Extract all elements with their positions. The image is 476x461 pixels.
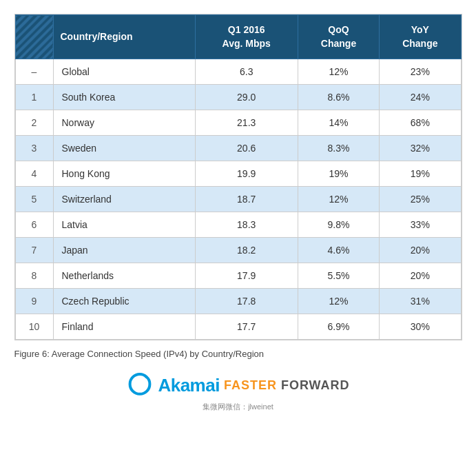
speed-cell: 18.3 — [195, 212, 298, 238]
yoy-cell: 20% — [380, 263, 461, 289]
table-row: 10Finland17.76.9%30% — [15, 314, 461, 340]
rank-cell: 1 — [15, 85, 53, 110]
country-cell: Finland — [53, 314, 195, 340]
table-row: 2Norway21.314%68% — [15, 110, 461, 136]
yoy-cell: 33% — [380, 212, 461, 238]
rank-cell: 9 — [15, 289, 53, 314]
logo-area: Akamai FASTER FORWARD — [126, 371, 349, 399]
speed-cell: 29.0 — [195, 85, 298, 110]
table-row: 5Switzerland18.712%25% — [15, 187, 461, 212]
country-cell: Norway — [53, 110, 195, 136]
country-cell: Global — [53, 59, 195, 85]
rank-cell: 6 — [15, 212, 53, 238]
watermark-text: 集微网微信：jlweinet — [203, 402, 273, 412]
country-cell: Japan — [53, 238, 195, 263]
country-cell: South Korea — [53, 85, 195, 110]
rank-cell: 3 — [15, 136, 53, 161]
speed-cell: 18.7 — [195, 187, 298, 212]
qoq-cell: 9.8% — [298, 212, 379, 238]
rank-cell: 7 — [15, 238, 53, 263]
qoq-cell: 14% — [298, 110, 379, 136]
qoq-header: QoQChange — [298, 15, 379, 59]
qoq-cell: 8.6% — [298, 85, 379, 110]
table-row: 6Latvia18.39.8%33% — [15, 212, 461, 238]
akamai-swirl-icon — [126, 371, 154, 399]
country-cell: Sweden — [53, 136, 195, 161]
qoq-cell: 12% — [298, 59, 379, 85]
table-row: 1South Korea29.08.6%24% — [15, 85, 461, 110]
qoq-cell: 8.3% — [298, 136, 379, 161]
rank-cell: 5 — [15, 187, 53, 212]
yoy-cell: 20% — [380, 238, 461, 263]
table-caption: Figure 6: Average Connection Speed (IPv4… — [14, 349, 462, 359]
speed-cell: 17.9 — [195, 263, 298, 289]
qoq-cell: 5.5% — [298, 263, 379, 289]
yoy-cell: 24% — [380, 85, 461, 110]
table-row: 8Netherlands17.95.5%20% — [15, 263, 461, 289]
speed-cell: 17.7 — [195, 314, 298, 340]
yoy-cell: 19% — [380, 161, 461, 187]
rank-cell: 8 — [15, 263, 53, 289]
data-table: Country/Region Q1 2016Avg. Mbps QoQChang… — [14, 14, 462, 340]
yoy-cell: 31% — [380, 289, 461, 314]
yoy-cell: 25% — [380, 187, 461, 212]
rank-cell: 10 — [15, 314, 53, 340]
table-row: 9Czech Republic17.812%31% — [15, 289, 461, 314]
speed-cell: 21.3 — [195, 110, 298, 136]
yoy-header: YoYChange — [380, 15, 461, 59]
rank-cell: – — [15, 59, 53, 85]
akamai-brand-text: Akamai — [158, 375, 220, 396]
rank-header — [15, 15, 53, 59]
yoy-cell: 23% — [380, 59, 461, 85]
country-cell: Netherlands — [53, 263, 195, 289]
qoq-cell: 6.9% — [298, 314, 379, 340]
table-row: 7Japan18.24.6%20% — [15, 238, 461, 263]
speed-cell: 19.9 — [195, 161, 298, 187]
country-cell: Latvia — [53, 212, 195, 238]
country-header: Country/Region — [53, 15, 195, 59]
qoq-cell: 19% — [298, 161, 379, 187]
table-row: 3Sweden20.68.3%32% — [15, 136, 461, 161]
qoq-cell: 12% — [298, 289, 379, 314]
country-cell: Switzerland — [53, 187, 195, 212]
yoy-cell: 30% — [380, 314, 461, 340]
country-cell: Hong Kong — [53, 161, 195, 187]
speed-cell: 6.3 — [195, 59, 298, 85]
rank-cell: 4 — [15, 161, 53, 187]
speed-cell: 17.8 — [195, 289, 298, 314]
qoq-cell: 4.6% — [298, 238, 379, 263]
yoy-cell: 32% — [380, 136, 461, 161]
yoy-cell: 68% — [380, 110, 461, 136]
forward-text: FORWARD — [281, 378, 350, 393]
faster-text: FASTER — [224, 378, 277, 393]
rank-cell: 2 — [15, 110, 53, 136]
speed-cell: 18.2 — [195, 238, 298, 263]
table-row: 4Hong Kong19.919%19% — [15, 161, 461, 187]
qoq-cell: 12% — [298, 187, 379, 212]
country-cell: Czech Republic — [53, 289, 195, 314]
speed-header: Q1 2016Avg. Mbps — [195, 15, 298, 59]
table-row: –Global6.312%23% — [15, 59, 461, 85]
speed-cell: 20.6 — [195, 136, 298, 161]
